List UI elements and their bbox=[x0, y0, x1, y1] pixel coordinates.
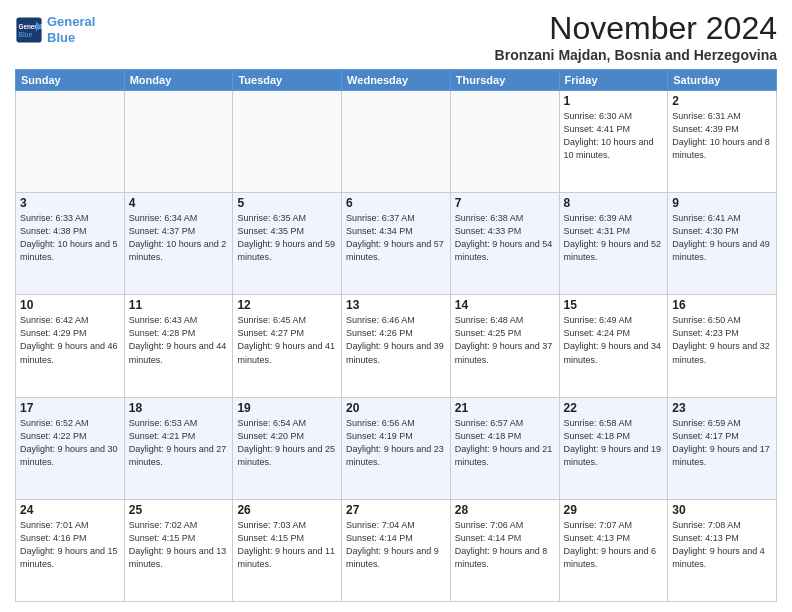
logo-line2: Blue bbox=[47, 30, 75, 45]
day-info: Sunrise: 6:41 AM Sunset: 4:30 PM Dayligh… bbox=[672, 212, 772, 264]
day-number: 21 bbox=[455, 401, 555, 415]
day-number: 22 bbox=[564, 401, 664, 415]
table-cell: 25Sunrise: 7:02 AM Sunset: 4:15 PM Dayli… bbox=[124, 499, 233, 601]
table-cell: 12Sunrise: 6:45 AM Sunset: 4:27 PM Dayli… bbox=[233, 295, 342, 397]
day-number: 11 bbox=[129, 298, 229, 312]
day-number: 16 bbox=[672, 298, 772, 312]
day-info: Sunrise: 7:07 AM Sunset: 4:13 PM Dayligh… bbox=[564, 519, 664, 571]
day-number: 8 bbox=[564, 196, 664, 210]
week-row-1: 1Sunrise: 6:30 AM Sunset: 4:41 PM Daylig… bbox=[16, 91, 777, 193]
week-row-3: 10Sunrise: 6:42 AM Sunset: 4:29 PM Dayli… bbox=[16, 295, 777, 397]
svg-text:Blue: Blue bbox=[19, 31, 33, 38]
day-number: 5 bbox=[237, 196, 337, 210]
table-cell: 18Sunrise: 6:53 AM Sunset: 4:21 PM Dayli… bbox=[124, 397, 233, 499]
day-info: Sunrise: 6:59 AM Sunset: 4:17 PM Dayligh… bbox=[672, 417, 772, 469]
day-number: 3 bbox=[20, 196, 120, 210]
day-info: Sunrise: 6:45 AM Sunset: 4:27 PM Dayligh… bbox=[237, 314, 337, 366]
col-tuesday: Tuesday bbox=[233, 70, 342, 91]
day-info: Sunrise: 7:01 AM Sunset: 4:16 PM Dayligh… bbox=[20, 519, 120, 571]
table-cell: 15Sunrise: 6:49 AM Sunset: 4:24 PM Dayli… bbox=[559, 295, 668, 397]
day-info: Sunrise: 7:08 AM Sunset: 4:13 PM Dayligh… bbox=[672, 519, 772, 571]
day-info: Sunrise: 7:03 AM Sunset: 4:15 PM Dayligh… bbox=[237, 519, 337, 571]
table-cell: 29Sunrise: 7:07 AM Sunset: 4:13 PM Dayli… bbox=[559, 499, 668, 601]
table-cell: 26Sunrise: 7:03 AM Sunset: 4:15 PM Dayli… bbox=[233, 499, 342, 601]
table-cell: 7Sunrise: 6:38 AM Sunset: 4:33 PM Daylig… bbox=[450, 193, 559, 295]
day-number: 27 bbox=[346, 503, 446, 517]
day-number: 12 bbox=[237, 298, 337, 312]
table-cell: 5Sunrise: 6:35 AM Sunset: 4:35 PM Daylig… bbox=[233, 193, 342, 295]
table-cell: 13Sunrise: 6:46 AM Sunset: 4:26 PM Dayli… bbox=[342, 295, 451, 397]
table-cell: 20Sunrise: 6:56 AM Sunset: 4:19 PM Dayli… bbox=[342, 397, 451, 499]
day-number: 15 bbox=[564, 298, 664, 312]
table-cell: 28Sunrise: 7:06 AM Sunset: 4:14 PM Dayli… bbox=[450, 499, 559, 601]
table-cell: 30Sunrise: 7:08 AM Sunset: 4:13 PM Dayli… bbox=[668, 499, 777, 601]
col-thursday: Thursday bbox=[450, 70, 559, 91]
day-info: Sunrise: 6:46 AM Sunset: 4:26 PM Dayligh… bbox=[346, 314, 446, 366]
table-cell bbox=[16, 91, 125, 193]
table-cell: 8Sunrise: 6:39 AM Sunset: 4:31 PM Daylig… bbox=[559, 193, 668, 295]
table-cell bbox=[124, 91, 233, 193]
col-monday: Monday bbox=[124, 70, 233, 91]
table-cell: 17Sunrise: 6:52 AM Sunset: 4:22 PM Dayli… bbox=[16, 397, 125, 499]
table-cell: 16Sunrise: 6:50 AM Sunset: 4:23 PM Dayli… bbox=[668, 295, 777, 397]
header: General Blue General Blue November 2024 … bbox=[15, 10, 777, 63]
day-info: Sunrise: 6:58 AM Sunset: 4:18 PM Dayligh… bbox=[564, 417, 664, 469]
calendar-table: Sunday Monday Tuesday Wednesday Thursday… bbox=[15, 69, 777, 602]
col-sunday: Sunday bbox=[16, 70, 125, 91]
day-info: Sunrise: 6:33 AM Sunset: 4:38 PM Dayligh… bbox=[20, 212, 120, 264]
month-title: November 2024 bbox=[495, 10, 777, 47]
day-number: 19 bbox=[237, 401, 337, 415]
week-row-4: 17Sunrise: 6:52 AM Sunset: 4:22 PM Dayli… bbox=[16, 397, 777, 499]
day-number: 7 bbox=[455, 196, 555, 210]
day-number: 30 bbox=[672, 503, 772, 517]
col-saturday: Saturday bbox=[668, 70, 777, 91]
day-info: Sunrise: 6:35 AM Sunset: 4:35 PM Dayligh… bbox=[237, 212, 337, 264]
day-info: Sunrise: 6:54 AM Sunset: 4:20 PM Dayligh… bbox=[237, 417, 337, 469]
table-cell: 23Sunrise: 6:59 AM Sunset: 4:17 PM Dayli… bbox=[668, 397, 777, 499]
location: Bronzani Majdan, Bosnia and Herzegovina bbox=[495, 47, 777, 63]
logo-text: General Blue bbox=[47, 14, 95, 45]
table-cell: 19Sunrise: 6:54 AM Sunset: 4:20 PM Dayli… bbox=[233, 397, 342, 499]
logo-line1: General bbox=[47, 14, 95, 29]
week-row-5: 24Sunrise: 7:01 AM Sunset: 4:16 PM Dayli… bbox=[16, 499, 777, 601]
table-cell: 22Sunrise: 6:58 AM Sunset: 4:18 PM Dayli… bbox=[559, 397, 668, 499]
day-number: 28 bbox=[455, 503, 555, 517]
day-info: Sunrise: 6:43 AM Sunset: 4:28 PM Dayligh… bbox=[129, 314, 229, 366]
day-info: Sunrise: 6:31 AM Sunset: 4:39 PM Dayligh… bbox=[672, 110, 772, 162]
table-cell: 24Sunrise: 7:01 AM Sunset: 4:16 PM Dayli… bbox=[16, 499, 125, 601]
day-info: Sunrise: 6:50 AM Sunset: 4:23 PM Dayligh… bbox=[672, 314, 772, 366]
day-number: 10 bbox=[20, 298, 120, 312]
day-number: 14 bbox=[455, 298, 555, 312]
day-info: Sunrise: 6:30 AM Sunset: 4:41 PM Dayligh… bbox=[564, 110, 664, 162]
day-number: 23 bbox=[672, 401, 772, 415]
col-friday: Friday bbox=[559, 70, 668, 91]
day-number: 25 bbox=[129, 503, 229, 517]
day-number: 13 bbox=[346, 298, 446, 312]
day-number: 1 bbox=[564, 94, 664, 108]
day-info: Sunrise: 7:06 AM Sunset: 4:14 PM Dayligh… bbox=[455, 519, 555, 571]
day-info: Sunrise: 6:42 AM Sunset: 4:29 PM Dayligh… bbox=[20, 314, 120, 366]
table-cell: 4Sunrise: 6:34 AM Sunset: 4:37 PM Daylig… bbox=[124, 193, 233, 295]
logo: General Blue General Blue bbox=[15, 14, 95, 45]
table-cell: 11Sunrise: 6:43 AM Sunset: 4:28 PM Dayli… bbox=[124, 295, 233, 397]
table-cell: 2Sunrise: 6:31 AM Sunset: 4:39 PM Daylig… bbox=[668, 91, 777, 193]
table-cell: 27Sunrise: 7:04 AM Sunset: 4:14 PM Dayli… bbox=[342, 499, 451, 601]
table-cell: 10Sunrise: 6:42 AM Sunset: 4:29 PM Dayli… bbox=[16, 295, 125, 397]
day-info: Sunrise: 6:39 AM Sunset: 4:31 PM Dayligh… bbox=[564, 212, 664, 264]
day-number: 20 bbox=[346, 401, 446, 415]
day-number: 24 bbox=[20, 503, 120, 517]
table-cell: 1Sunrise: 6:30 AM Sunset: 4:41 PM Daylig… bbox=[559, 91, 668, 193]
table-cell: 6Sunrise: 6:37 AM Sunset: 4:34 PM Daylig… bbox=[342, 193, 451, 295]
table-cell bbox=[233, 91, 342, 193]
day-number: 26 bbox=[237, 503, 337, 517]
day-info: Sunrise: 6:53 AM Sunset: 4:21 PM Dayligh… bbox=[129, 417, 229, 469]
day-info: Sunrise: 6:56 AM Sunset: 4:19 PM Dayligh… bbox=[346, 417, 446, 469]
day-number: 4 bbox=[129, 196, 229, 210]
day-info: Sunrise: 6:57 AM Sunset: 4:18 PM Dayligh… bbox=[455, 417, 555, 469]
day-number: 6 bbox=[346, 196, 446, 210]
logo-icon: General Blue bbox=[15, 16, 43, 44]
day-info: Sunrise: 6:52 AM Sunset: 4:22 PM Dayligh… bbox=[20, 417, 120, 469]
day-number: 9 bbox=[672, 196, 772, 210]
day-info: Sunrise: 7:02 AM Sunset: 4:15 PM Dayligh… bbox=[129, 519, 229, 571]
day-number: 2 bbox=[672, 94, 772, 108]
